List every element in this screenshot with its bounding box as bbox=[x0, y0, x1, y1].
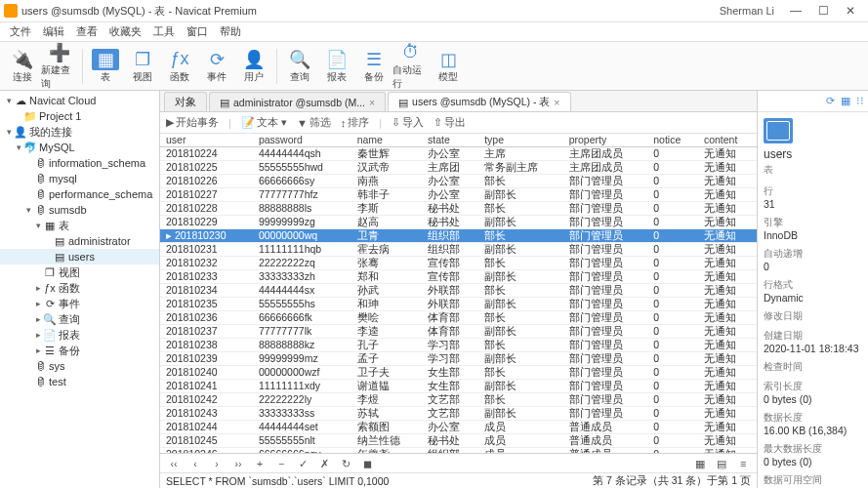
cell[interactable]: 部长 bbox=[478, 339, 563, 352]
cell[interactable]: 普通成员 bbox=[563, 448, 648, 454]
cell[interactable]: 无通知 bbox=[698, 161, 757, 175]
cell[interactable]: 部门管理员 bbox=[563, 257, 648, 270]
cell[interactable]: 无通知 bbox=[698, 434, 757, 448]
cell[interactable]: 201810241 bbox=[160, 380, 253, 393]
tree-twisty-icon[interactable]: ▸ bbox=[33, 299, 43, 308]
cell[interactable]: 外联部 bbox=[422, 284, 478, 298]
cell[interactable]: 77777777hfz bbox=[253, 188, 351, 202]
subtool-导入[interactable]: ⇩ 导入 bbox=[392, 115, 424, 130]
cell[interactable]: 0 bbox=[647, 352, 698, 366]
cell[interactable]: 33333333zh bbox=[253, 270, 351, 284]
cell[interactable]: 0 bbox=[647, 147, 698, 161]
cell[interactable]: 樊哙 bbox=[351, 311, 422, 325]
cell[interactable]: 办公室 bbox=[422, 188, 478, 202]
cell[interactable]: 部长 bbox=[478, 202, 563, 216]
cell[interactable]: 女生部 bbox=[422, 380, 478, 393]
cell[interactable]: 55555555hs bbox=[253, 298, 351, 311]
cell[interactable]: 部长 bbox=[478, 366, 563, 380]
cell[interactable]: 副部长 bbox=[478, 407, 563, 421]
cell[interactable]: 0 bbox=[647, 325, 698, 339]
cell[interactable]: 部门管理员 bbox=[563, 366, 648, 380]
cell[interactable]: 部门管理员 bbox=[563, 243, 648, 257]
cell[interactable]: 201810236 bbox=[160, 311, 253, 325]
table-row[interactable]: 20181023555555555hs和珅外联部副部长部门管理员0无通知 bbox=[160, 298, 757, 311]
cell[interactable]: 成员 bbox=[478, 421, 563, 434]
cell[interactable]: 无通知 bbox=[698, 257, 757, 270]
cell[interactable]: 主席 bbox=[478, 147, 563, 161]
cell[interactable]: ▸ 201810230 bbox=[160, 229, 253, 243]
cell[interactable]: 办公室 bbox=[422, 175, 478, 188]
cell[interactable]: 88888888ls bbox=[253, 202, 351, 216]
cell[interactable]: 无通知 bbox=[698, 188, 757, 202]
nav-item-information_schema[interactable]: 🛢information_schema bbox=[0, 155, 159, 171]
cell[interactable]: 无通知 bbox=[698, 393, 757, 407]
cell[interactable]: 常务副主席 bbox=[478, 161, 563, 175]
cell[interactable]: 孔子 bbox=[351, 339, 422, 352]
table-row[interactable]: 20181024222222222ly李煜文艺部部长部门管理员0无通知 bbox=[160, 393, 757, 407]
cell[interactable]: 部长 bbox=[478, 284, 563, 298]
cell[interactable]: 卫子夫 bbox=[351, 366, 422, 380]
nav-item-查询[interactable]: ▸🔍查询 bbox=[0, 311, 159, 327]
add-record-button[interactable]: + bbox=[252, 458, 268, 469]
cell[interactable]: 88888888kz bbox=[253, 339, 351, 352]
nav-item-mysql[interactable]: 🛢mysql bbox=[0, 171, 159, 186]
tab-close-icon[interactable]: × bbox=[369, 97, 375, 108]
cell[interactable]: 22222222zq bbox=[253, 257, 351, 270]
cell[interactable]: 秘书处 bbox=[422, 216, 478, 229]
toolbar-备份[interactable]: ☰备份 bbox=[355, 49, 393, 84]
cell[interactable]: 部门管理员 bbox=[563, 311, 648, 325]
nav-item-administrator[interactable]: ▤administrator bbox=[0, 233, 159, 249]
column-header-notice[interactable]: notice bbox=[647, 134, 698, 147]
cell[interactable]: 副部长 bbox=[478, 216, 563, 229]
nav-item-sumsdb[interactable]: ▾🛢sumsdb bbox=[0, 202, 159, 218]
toolbar-视图[interactable]: ❐视图 bbox=[124, 49, 161, 84]
cell[interactable]: 部门管理员 bbox=[563, 188, 648, 202]
nav-item-test[interactable]: 🛢test bbox=[0, 374, 159, 389]
cell[interactable]: 霍去病 bbox=[351, 243, 422, 257]
toolbar-函数[interactable]: ƒx函数 bbox=[161, 49, 198, 84]
cell[interactable]: 秘书处 bbox=[422, 434, 478, 448]
cell[interactable]: 201810235 bbox=[160, 298, 253, 311]
cell[interactable]: 部门管理员 bbox=[563, 270, 648, 284]
cell[interactable]: 44444444set bbox=[253, 421, 351, 434]
nav-item-备份[interactable]: ▸☰备份 bbox=[0, 343, 159, 358]
tree-twisty-icon[interactable]: ▸ bbox=[33, 330, 43, 340]
cell[interactable]: 部门管理员 bbox=[563, 380, 648, 393]
cell[interactable]: 谢道韫 bbox=[351, 380, 422, 393]
cell[interactable]: 0 bbox=[647, 434, 698, 448]
cell[interactable]: 无通知 bbox=[698, 366, 757, 380]
cell[interactable]: 0 bbox=[647, 202, 698, 216]
cell[interactable]: 66666666fk bbox=[253, 311, 351, 325]
cell[interactable]: 0 bbox=[647, 448, 698, 454]
cell[interactable]: 201810224 bbox=[160, 147, 253, 161]
subtool-导出[interactable]: ⇧ 导出 bbox=[434, 115, 466, 130]
subtool-筛选[interactable]: ▼ 筛选 bbox=[297, 115, 331, 130]
cell[interactable]: 赵高 bbox=[351, 216, 422, 229]
table-row[interactable]: 20181023999999999mz孟子学习部副部长部门管理员0无通知 bbox=[160, 352, 757, 366]
cell[interactable]: 南燕 bbox=[351, 175, 422, 188]
menu-5[interactable]: 窗口 bbox=[181, 24, 214, 39]
cell[interactable]: 和珅 bbox=[351, 298, 422, 311]
cell[interactable]: 韩非子 bbox=[351, 188, 422, 202]
toolbar-连接[interactable]: 🔌连接 bbox=[4, 49, 41, 84]
cell[interactable]: 201810231 bbox=[160, 243, 253, 257]
cell[interactable]: 0 bbox=[647, 161, 698, 175]
cell[interactable]: 部门管理员 bbox=[563, 202, 648, 216]
table-row[interactable]: 20181024666666666ngy年羹尧组织部成员普通成员0无通知 bbox=[160, 448, 757, 454]
cell[interactable]: 文艺部 bbox=[422, 393, 478, 407]
nav-item-Project 1[interactable]: 📁Project 1 bbox=[0, 108, 159, 124]
nav-item-users[interactable]: ▤users bbox=[0, 249, 159, 264]
cell[interactable]: 0 bbox=[647, 216, 698, 229]
table-row[interactable]: 20181022888888888ls李斯秘书处部长部门管理员0无通知 bbox=[160, 202, 757, 216]
cell[interactable]: 无通知 bbox=[698, 298, 757, 311]
nav-item-事件[interactable]: ▸⟳事件 bbox=[0, 296, 159, 311]
cell[interactable]: 无通知 bbox=[698, 339, 757, 352]
cell[interactable]: 办公室 bbox=[422, 421, 478, 434]
cell[interactable]: 副部长 bbox=[478, 243, 563, 257]
cell[interactable]: 0 bbox=[647, 243, 698, 257]
tab-close-icon[interactable]: × bbox=[554, 97, 559, 108]
cell[interactable]: 主席团成员 bbox=[563, 147, 648, 161]
cell[interactable]: 0 bbox=[647, 175, 698, 188]
cell[interactable]: 201810243 bbox=[160, 407, 253, 421]
tree-twisty-icon[interactable]: ▸ bbox=[33, 314, 43, 324]
